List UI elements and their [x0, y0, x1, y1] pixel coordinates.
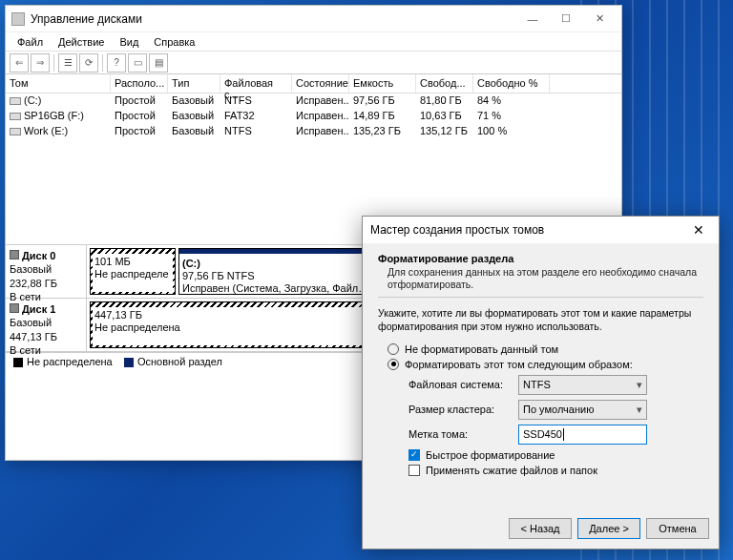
volume-label-label: Метка тома: — [408, 428, 518, 440]
back-icon[interactable]: ⇐ — [10, 53, 29, 73]
col-freepct[interactable]: Свободно % — [473, 74, 550, 93]
wizard-subheading: Для сохранения данных на этом разделе ег… — [387, 266, 703, 291]
wizard-dialog: Мастер создания простых томов ✕ Форматир… — [362, 216, 720, 550]
radio-icon — [387, 359, 399, 370]
col-layout[interactable]: Располо... — [111, 74, 168, 93]
cluster-label: Размер кластера: — [408, 404, 518, 415]
legend-primary: Основной раздел — [137, 356, 222, 367]
checkbox-icon: ✓ — [408, 449, 420, 461]
compress-checkbox[interactable]: Применять сжатие файлов и папок — [408, 465, 703, 476]
toolbar: ⇐ ⇒ ☰ ⟳ ? ▭ ▤ — [6, 52, 621, 74]
wizard-title: Мастер создания простых томов — [370, 223, 682, 237]
cluster-select[interactable]: По умолчанию — [518, 400, 647, 420]
radio-format-label: Форматировать этот том следующим образом… — [405, 359, 633, 370]
col-volume[interactable]: Том — [6, 74, 111, 93]
col-filesystem[interactable]: Файловая с... — [220, 74, 292, 93]
menu-file[interactable]: Файл — [10, 34, 51, 50]
disk-view-icon[interactable]: ▭ — [128, 53, 147, 73]
col-free[interactable]: Свобод... — [416, 74, 473, 93]
minimize-button[interactable]: — — [516, 9, 549, 30]
filesystem-select[interactable]: NTFS — [518, 375, 647, 395]
cancel-button[interactable]: Отмена — [646, 518, 709, 539]
radio-no-format[interactable]: Не форматировать данный том — [387, 343, 703, 355]
quick-format-checkbox[interactable]: ✓ Быстрое форматирование — [408, 449, 703, 461]
radio-icon — [387, 343, 399, 355]
wizard-prompt: Укажите, хотите ли вы форматировать этот… — [378, 307, 703, 333]
compress-label: Применять сжатие файлов и папок — [426, 465, 597, 476]
menu-action[interactable]: Действие — [51, 34, 112, 50]
maximize-button[interactable]: ☐ — [550, 9, 582, 30]
next-button[interactable]: Далее > — [577, 518, 640, 539]
partition-unallocated[interactable]: 101 МБНе распределе — [90, 248, 176, 295]
chart-view-icon[interactable]: ▤ — [149, 53, 168, 73]
view-icon[interactable]: ☰ — [58, 53, 77, 73]
filesystem-label: Файловая система: — [408, 379, 518, 390]
table-row[interactable]: SP16GB (F:)ПростойБазовыйFAT32Исправен..… — [6, 109, 621, 124]
col-status[interactable]: Состояние — [292, 74, 349, 93]
close-button[interactable]: ✕ — [583, 9, 616, 30]
window-title: Управление дисками — [31, 12, 516, 26]
wizard-title-bar[interactable]: Мастер создания простых томов ✕ — [363, 217, 719, 243]
radio-format[interactable]: Форматировать этот том следующим образом… — [387, 359, 703, 370]
checkbox-icon — [408, 465, 420, 476]
column-headers: Том Располо... Тип Файловая с... Состоян… — [6, 74, 621, 93]
menu-bar: Файл Действие Вид Справка — [6, 32, 621, 52]
back-button[interactable]: < Назад — [509, 518, 572, 539]
wizard-heading: Форматирование раздела — [378, 253, 703, 264]
radio-no-format-label: Не форматировать данный том — [405, 343, 558, 355]
wizard-close-button[interactable]: ✕ — [682, 219, 715, 240]
col-capacity[interactable]: Емкость — [349, 74, 416, 93]
menu-view[interactable]: Вид — [112, 34, 146, 50]
menu-help[interactable]: Справка — [146, 34, 202, 50]
volume-label-input[interactable]: SSD450 — [518, 425, 647, 445]
quick-format-label: Быстрое форматирование — [426, 449, 555, 461]
app-icon — [11, 12, 25, 26]
table-row[interactable]: Work (E:)ПростойБазовыйNTFSИсправен...13… — [6, 124, 621, 139]
title-bar[interactable]: Управление дисками — ☐ ✕ — [6, 6, 621, 32]
col-type[interactable]: Тип — [168, 74, 220, 93]
forward-icon[interactable]: ⇒ — [31, 53, 50, 73]
help-icon[interactable]: ? — [107, 53, 126, 73]
legend-unallocated: Не распределена — [27, 356, 113, 367]
refresh-icon[interactable]: ⟳ — [79, 53, 98, 73]
table-row[interactable]: (C:)ПростойБазовыйNTFSИсправен...97,56 Г… — [6, 93, 621, 109]
